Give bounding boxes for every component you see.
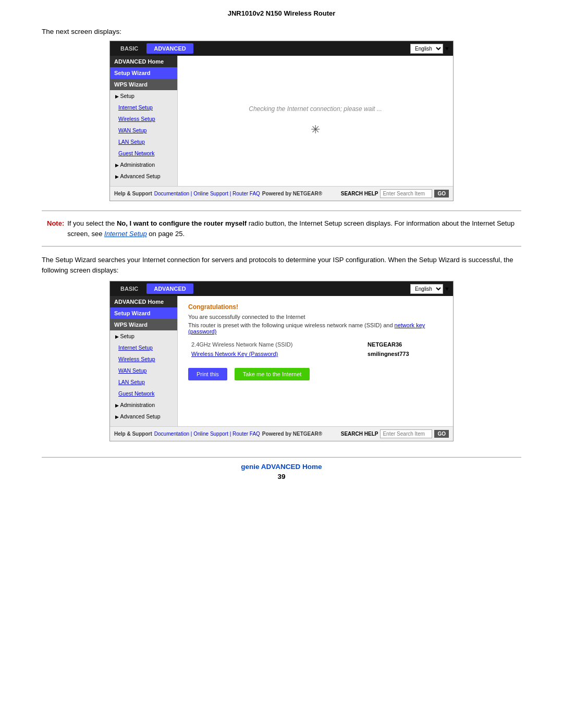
note-content: Note: If you select the No, I want to co… bbox=[42, 218, 521, 239]
note-text-before: If you select the bbox=[67, 219, 117, 227]
nav-lan-setup-1[interactable]: LAN Setup bbox=[110, 136, 177, 147]
tabs-2: BASIC ADVANCED bbox=[113, 283, 193, 294]
nav-lan-setup-2[interactable]: LAN Setup bbox=[110, 376, 177, 388]
nav-setup-2[interactable]: Setup bbox=[110, 330, 177, 342]
note-text-end: on page 25. bbox=[147, 230, 185, 238]
go-button-1[interactable]: GO bbox=[434, 190, 449, 198]
tab-advanced-1[interactable]: ADVANCED bbox=[146, 43, 193, 54]
powered-label-2: Powered by NETGEAR® bbox=[262, 431, 322, 437]
nav-wan-setup-2[interactable]: WAN Setup bbox=[110, 365, 177, 376]
nav-wps-wizard-1[interactable]: WPS Wizard bbox=[110, 79, 177, 90]
help-links-1[interactable]: Documentation | Online Support | Router … bbox=[154, 191, 260, 196]
router-ui-1: BASIC ADVANCED English ▼ ADVANCED Home S… bbox=[109, 41, 454, 201]
print-button[interactable]: Print this bbox=[188, 368, 227, 380]
footer-bar-2: Help & Support Documentation | Online Su… bbox=[110, 426, 453, 441]
go-button-2[interactable]: GO bbox=[434, 430, 449, 438]
lang-dropdown-1[interactable]: English bbox=[410, 44, 443, 54]
search-input-2[interactable] bbox=[380, 429, 432, 438]
pass-value: smilingnest773 bbox=[364, 349, 443, 359]
lang-select-1[interactable]: English ▼ bbox=[410, 44, 450, 54]
ui-body-1: ADVANCED Home Setup Wizard WPS Wizard Se… bbox=[110, 56, 453, 186]
help-section-2: Help & Support Documentation | Online Su… bbox=[114, 431, 322, 437]
search-label-2: SEARCH HELP bbox=[341, 431, 378, 437]
main-panel-2: Congratulations! You are successfully co… bbox=[178, 296, 453, 426]
page-header: JNR1010v2 N150 Wireless Router bbox=[0, 0, 563, 22]
tab-bar-1: BASIC ADVANCED English ▼ bbox=[110, 41, 453, 56]
note-bold-text: No, I want to configure the router mysel… bbox=[117, 219, 247, 227]
congrats-sub2: This router is preset with the following… bbox=[188, 322, 443, 335]
ssid-value: NETGEAR36 bbox=[364, 340, 443, 349]
footer-bar-1: Help & Support Documentation | Online Su… bbox=[110, 186, 453, 201]
note-label: Note: bbox=[47, 218, 64, 239]
nav-internet-setup-2[interactable]: Internet Setup bbox=[110, 342, 177, 353]
chevron-down-icon-1: ▼ bbox=[444, 45, 450, 52]
pass-label: Wireless Network Key (Password) bbox=[188, 349, 364, 359]
nav-setup-wizard-1[interactable]: Setup Wizard bbox=[110, 67, 177, 79]
tab-advanced-2[interactable]: ADVANCED bbox=[146, 283, 193, 294]
btn-row: Print this Take me to the Internet bbox=[188, 368, 310, 380]
tab-basic-1[interactable]: BASIC bbox=[113, 43, 145, 54]
page-footer: genie ADVANCED Home 39 bbox=[42, 457, 521, 480]
nav-wps-wizard-2[interactable]: WPS Wizard bbox=[110, 319, 177, 330]
section1-intro: The next screen displays: bbox=[42, 28, 521, 35]
main-panel-1: Checking the Internet connection; please… bbox=[178, 56, 453, 186]
pass-row: Wireless Network Key (Password) smilingn… bbox=[188, 349, 443, 359]
nav-guest-network-2[interactable]: Guest Network bbox=[110, 388, 177, 399]
powered-label-1: Powered by NETGEAR® bbox=[262, 191, 322, 196]
nav-wireless-setup-2[interactable]: Wireless Setup bbox=[110, 353, 177, 365]
chevron-down-icon-2: ▼ bbox=[444, 286, 450, 292]
congrats-sub: You are successfully connected to the In… bbox=[188, 314, 305, 320]
help-section-1: Help & Support Documentation | Online Su… bbox=[114, 191, 322, 196]
checking-msg: Checking the Internet connection; please… bbox=[249, 105, 382, 113]
page-number: 39 bbox=[42, 473, 521, 480]
internet-button[interactable]: Take me to the Internet bbox=[235, 368, 310, 380]
info-table: 2.4GHz Wireless Network Name (SSID) NETG… bbox=[188, 340, 443, 359]
search-section-1: SEARCH HELP GO bbox=[341, 189, 449, 198]
router-ui-2: BASIC ADVANCED English ▼ ADVANCED Home S… bbox=[109, 281, 454, 441]
ssid-row: 2.4GHz Wireless Network Name (SSID) NETG… bbox=[188, 340, 443, 349]
tab-bar-2: BASIC ADVANCED English ▼ bbox=[110, 281, 453, 296]
note-link[interactable]: Internet Setup bbox=[104, 230, 147, 238]
nav-wan-setup-1[interactable]: WAN Setup bbox=[110, 125, 177, 136]
nav-guest-network-1[interactable]: Guest Network bbox=[110, 147, 177, 159]
nav-setup-1[interactable]: Setup bbox=[110, 90, 177, 102]
lang-select-2[interactable]: English ▼ bbox=[410, 284, 450, 294]
tab-basic-2[interactable]: BASIC bbox=[113, 283, 145, 294]
help-label-2: Help & Support bbox=[114, 431, 152, 437]
congrats-title: Congratulations! bbox=[188, 303, 238, 311]
search-section-2: SEARCH HELP GO bbox=[341, 429, 449, 438]
sidebar-2: ADVANCED Home Setup Wizard WPS Wizard Se… bbox=[110, 296, 178, 426]
search-input-1[interactable] bbox=[380, 189, 432, 198]
nav-wireless-setup-1[interactable]: Wireless Setup bbox=[110, 113, 177, 125]
note-text: If you select the No, I want to configur… bbox=[67, 218, 516, 239]
nav-advanced-setup-1[interactable]: Advanced Setup bbox=[110, 170, 177, 182]
pass-label-link[interactable]: Wireless Network Key (Password) bbox=[191, 351, 278, 357]
help-label-1: Help & Support bbox=[114, 191, 152, 196]
ssid-label: 2.4GHz Wireless Network Name (SSID) bbox=[188, 340, 364, 349]
search-label-1: SEARCH HELP bbox=[341, 191, 378, 196]
note-section: Note: If you select the No, I want to co… bbox=[42, 211, 521, 246]
nav-setup-wizard-2[interactable]: Setup Wizard bbox=[110, 307, 177, 319]
sidebar-1: ADVANCED Home Setup Wizard WPS Wizard Se… bbox=[110, 56, 178, 186]
nav-internet-setup-1[interactable]: Internet Setup bbox=[110, 102, 177, 113]
footer-title: genie ADVANCED Home bbox=[42, 463, 521, 471]
nav-advanced-home-1[interactable]: ADVANCED Home bbox=[110, 56, 177, 67]
congrats-sub2-text: This router is preset with the following… bbox=[188, 322, 395, 328]
nav-administration-1[interactable]: Administration bbox=[110, 159, 177, 170]
spinner-icon: ✳ bbox=[311, 123, 320, 137]
nav-advanced-home-2[interactable]: ADVANCED Home bbox=[110, 296, 177, 307]
nav-advanced-setup-2[interactable]: Advanced Setup bbox=[110, 411, 177, 422]
nav-administration-2[interactable]: Administration bbox=[110, 399, 177, 411]
page-title: JNR1010v2 N150 Wireless Router bbox=[228, 9, 336, 17]
tabs-1: BASIC ADVANCED bbox=[113, 43, 193, 54]
lang-dropdown-2[interactable]: English bbox=[410, 284, 443, 294]
ui-body-2: ADVANCED Home Setup Wizard WPS Wizard Se… bbox=[110, 296, 453, 426]
section2-para: The Setup Wizard searches your Internet … bbox=[42, 255, 521, 276]
help-links-2[interactable]: Documentation | Online Support | Router … bbox=[154, 431, 260, 437]
